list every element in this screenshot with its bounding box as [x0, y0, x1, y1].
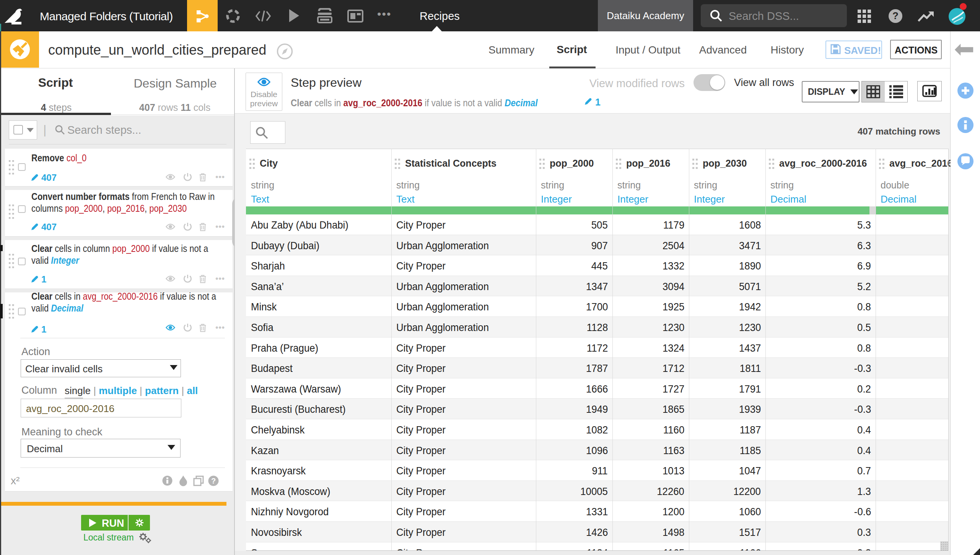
- svg-text:?: ?: [892, 10, 899, 21]
- svg-text:?: ?: [211, 477, 216, 485]
